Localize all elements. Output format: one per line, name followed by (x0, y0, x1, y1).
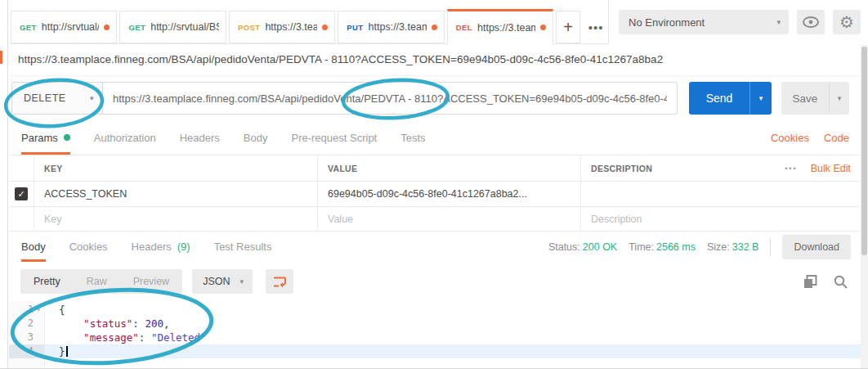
checkbox-column-header (9, 155, 34, 181)
sidebar-indicator (0, 51, 2, 64)
environment-quicklook-button[interactable] (797, 10, 825, 34)
code-line-1: 1▾ { (9, 303, 861, 317)
send-split-button: Send ▾ (689, 82, 772, 115)
new-description-input[interactable] (591, 214, 861, 225)
environment-selected-label: No Environment (629, 16, 705, 29)
unsaved-dot-icon (104, 25, 110, 30)
request-tab-1[interactable]: GET http://srvtual/B (11, 11, 117, 43)
view-mode-preview[interactable]: Preview (120, 269, 182, 294)
view-mode-switch: Pretty Raw Preview (20, 269, 182, 294)
save-split-button: Save ▾ (781, 82, 849, 115)
response-viewer-toolbar: Pretty Raw Preview JSON ▾ (9, 262, 861, 301)
response-tab-cookies[interactable]: Cookies (69, 232, 108, 262)
response-tab-body[interactable]: Body (21, 232, 46, 262)
response-language-select[interactable]: JSON ▾ (192, 269, 253, 294)
settings-button[interactable]: ⚙ (833, 10, 861, 34)
param-key-cell[interactable]: ACCESS_TOKEN (34, 182, 317, 206)
unsaved-dot-icon (322, 25, 328, 30)
tab-body[interactable]: Body (244, 120, 268, 155)
param-description-cell[interactable] (580, 182, 861, 206)
send-button[interactable]: Send (689, 82, 749, 115)
params-active-dot-icon (64, 134, 70, 141)
view-mode-pretty[interactable]: Pretty (20, 269, 74, 294)
url-input[interactable] (103, 82, 678, 115)
fold-caret-icon[interactable]: ▾ (34, 303, 44, 317)
chevron-down-icon: ▾ (776, 18, 781, 26)
ellipsis-icon: ••• (588, 20, 604, 34)
response-section-tabs: Body Cookies Headers (9) Test Results St… (9, 232, 861, 262)
copy-response-icon[interactable] (803, 275, 817, 289)
save-button[interactable]: Save (781, 82, 829, 115)
language-value: JSON (203, 276, 230, 287)
new-key-input[interactable] (44, 214, 317, 225)
vertical-scrollbar[interactable] (861, 45, 868, 368)
new-tab-button[interactable]: + (556, 11, 580, 43)
scrollbar-thumb[interactable] (861, 47, 867, 255)
chevron-down-icon: ▾ (90, 94, 94, 102)
request-tab-bar: GET http://srvtual/B GET http://srvtual/… (9, 0, 861, 44)
params-table: KEY VALUE DESCRIPTION ••• Bulk Edit ✓ AC… (9, 155, 861, 232)
response-tab-test-results[interactable]: Test Results (214, 232, 272, 262)
tab-headers[interactable]: Headers (180, 120, 220, 155)
tab-url: http://srvtual/B (42, 21, 100, 33)
response-tab-headers[interactable]: Headers (9) (132, 232, 190, 262)
status-badge: Status:200 OK (548, 241, 617, 253)
tab-url: https://3.teamp (477, 22, 535, 34)
request-tab-5-active[interactable]: DEL https://3.teamp (447, 9, 553, 44)
code-text: } (45, 344, 68, 358)
status-label: Status: (548, 241, 580, 253)
chevron-down-icon: ▾ (759, 94, 763, 102)
gear-icon: ⚙ (839, 14, 854, 30)
size-label: Size: (707, 241, 730, 253)
tab-params[interactable]: Params (21, 120, 70, 155)
save-options-button[interactable]: ▾ (829, 82, 849, 115)
tab-params-label: Params (21, 132, 58, 144)
request-section-tabs: Params Authorization Headers Body Pre-re… (9, 120, 861, 155)
plus-icon: + (563, 18, 573, 37)
view-mode-raw[interactable]: Raw (74, 269, 120, 294)
method-label: DEL (456, 23, 472, 32)
code-link[interactable]: Code (824, 132, 849, 144)
line-number: 4 (28, 344, 34, 358)
method-label: POST (238, 23, 260, 32)
wrap-text-button[interactable] (266, 269, 293, 294)
request-tab-4[interactable]: PUT https://3.teamp (338, 11, 444, 43)
request-tab-2[interactable]: GET http://srvtual/BSA/ (119, 11, 226, 43)
check-icon: ✓ (17, 189, 25, 200)
bulk-edit-link[interactable]: Bulk Edit (811, 163, 851, 174)
cookies-link[interactable]: Cookies (771, 132, 809, 144)
tab-url: https://3.teamp (369, 21, 427, 33)
request-tab-3[interactable]: POST https://3.team (229, 11, 335, 43)
tab-options-button[interactable]: ••• (584, 11, 608, 43)
param-enabled-checkbox[interactable]: ✓ (15, 187, 28, 200)
http-method-select[interactable]: DELETE ▾ (11, 82, 103, 115)
time-badge: Time:2566 ms (629, 241, 696, 253)
value-column-header: VALUE (328, 164, 357, 173)
postman-window: GET http://srvtual/B GET http://srvtual/… (0, 0, 868, 369)
code-line-2: 2 "status": 200, (9, 317, 861, 331)
tab-tests[interactable]: Tests (400, 120, 425, 155)
tab-url: http://srvtual/BSA/ (150, 21, 219, 33)
download-button[interactable]: Download (782, 235, 851, 259)
request-url-display: https://3.teamplace.finneg.com/BSA/api/p… (9, 44, 861, 76)
line-number: 2 (28, 317, 34, 331)
unsaved-dot-icon (432, 25, 437, 30)
tab-prerequest-script[interactable]: Pre-request Script (291, 120, 377, 155)
send-options-button[interactable]: ▾ (749, 82, 772, 115)
status-value: 200 OK (583, 241, 617, 253)
environment-select[interactable]: No Environment ▾ (619, 10, 789, 34)
search-response-icon[interactable] (834, 275, 848, 289)
new-value-input[interactable] (328, 214, 580, 225)
headers-label: Headers (132, 241, 172, 253)
chevron-down-icon: ▾ (239, 277, 244, 286)
tab-authorization[interactable]: Authorization (94, 120, 156, 155)
request-builder: DELETE ▾ Send ▾ Save ▾ (9, 76, 861, 120)
time-label: Time: (629, 241, 654, 253)
key-column-header: KEY (44, 164, 63, 173)
code-line-3: 3 "message": "Deleted" (9, 331, 861, 344)
time-value: 2566 ms (656, 241, 696, 253)
param-row: ✓ ACCESS_TOKEN 69e94b05-d09c-4c56-8fe0-4… (9, 182, 861, 207)
params-header-row: KEY VALUE DESCRIPTION ••• Bulk Edit (9, 155, 861, 182)
param-value-cell[interactable]: 69e94b05-d09c-4c56-8fe0-41c1267a8ba2... (317, 182, 580, 206)
column-options-icon[interactable]: ••• (785, 164, 797, 173)
